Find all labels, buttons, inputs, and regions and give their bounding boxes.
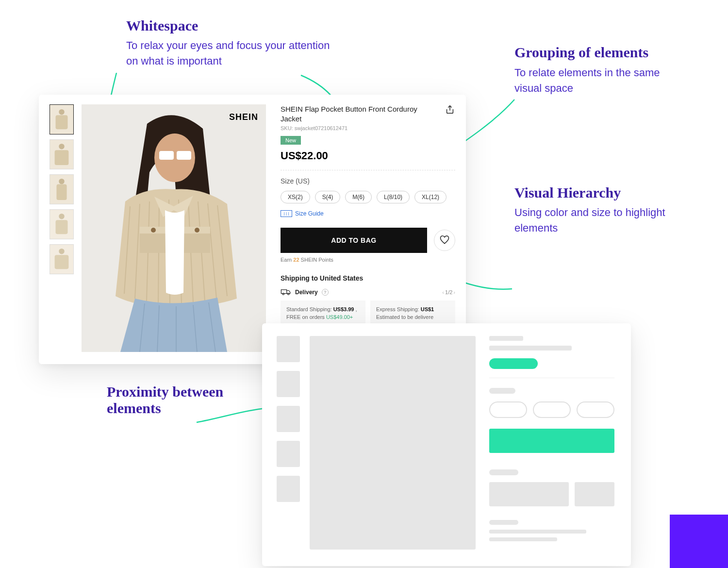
main-product-image[interactable]: SHEIN [82, 104, 266, 352]
wireframe-accent-pill [489, 358, 538, 369]
wireframe-chip [533, 401, 571, 418]
new-badge: New [281, 136, 301, 145]
size-option-xl[interactable]: XL(12) [414, 191, 447, 203]
shipping-heading: Shipping to United States [281, 274, 455, 282]
brand-logo: SHEIN [229, 112, 258, 122]
svg-point-4 [59, 144, 65, 150]
svg-rect-17 [159, 151, 174, 160]
svg-rect-29 [140, 231, 166, 253]
thumbnail-3[interactable] [50, 174, 74, 204]
wireframe-bar [489, 346, 572, 351]
delivery-label: Delivery [295, 289, 318, 296]
wireframe-chip [577, 401, 614, 418]
svg-point-34 [195, 228, 199, 233]
svg-point-33 [151, 228, 156, 233]
size-option-m[interactable]: M(6) [345, 191, 372, 203]
wireframe-box [575, 482, 614, 506]
svg-rect-14 [55, 255, 69, 269]
wireframe-details [489, 336, 614, 566]
wireframe-divider [489, 378, 614, 378]
wireframe-thumb [277, 371, 300, 397]
annotation-title: Grouping of elements [514, 44, 689, 61]
size-guide-link[interactable]: | | | Size Guide [281, 210, 455, 217]
shipping-option-standard[interactable]: Standard Shipping: US$3.99 , FREE on ord… [281, 301, 365, 326]
wireframe-bar [489, 388, 515, 394]
thumbnail-column [50, 104, 75, 364]
info-icon[interactable]: ? [322, 289, 329, 296]
annotation-title: Proximity between elements [107, 384, 233, 417]
svg-point-45 [282, 293, 284, 295]
wishlist-button[interactable] [434, 230, 455, 251]
wireframe-chip-row [489, 401, 614, 418]
svg-point-13 [59, 249, 65, 254]
thumbnail-4[interactable] [50, 209, 74, 239]
wireframe-thumb [277, 406, 300, 432]
size-option-l[interactable]: L(8/10) [377, 191, 410, 203]
size-option-s[interactable]: S(4) [315, 191, 341, 203]
wireframe-bar [489, 530, 586, 534]
annotation-grouping: Grouping of elements To relate elements … [514, 44, 689, 96]
wireframe-main-image [310, 336, 476, 550]
wireframe-cta [489, 429, 614, 453]
share-button[interactable] [445, 104, 455, 115]
add-to-bag-button[interactable]: ADD TO BAG [281, 228, 427, 253]
chevron-left-icon[interactable]: ‹ [442, 289, 444, 295]
wireframe-thumb [277, 336, 300, 362]
product-title: SHEIN Flap Pocket Button Front Corduroy … [281, 104, 436, 124]
annotation-body: To relate elements in the same visual sp… [514, 65, 689, 96]
svg-rect-44 [281, 289, 286, 293]
thumbnail-1[interactable] [50, 104, 74, 134]
thumbnail-5[interactable] [50, 244, 74, 274]
truck-icon [281, 289, 291, 296]
wireframe-card [262, 323, 631, 566]
size-label: Size (US) [281, 177, 455, 185]
svg-point-10 [59, 214, 65, 219]
wireframe-bar [489, 520, 518, 525]
svg-rect-8 [56, 184, 66, 200]
svg-rect-2 [56, 115, 68, 129]
ruler-icon: | | | [281, 210, 292, 217]
chevron-right-icon[interactable]: › [453, 289, 455, 295]
svg-rect-11 [56, 220, 68, 234]
svg-rect-5 [55, 150, 69, 165]
wireframe-bar [489, 336, 523, 341]
delivery-pager[interactable]: ‹ 1/2 › [442, 289, 455, 295]
shipping-option-express[interactable]: Express Shipping: US$1 Estimated to be d… [370, 301, 455, 326]
annotation-title: Visual Hierarchy [514, 184, 679, 201]
annotation-visual-hierarchy: Visual Hierarchy Using color and size to… [514, 184, 679, 236]
svg-point-46 [288, 293, 290, 295]
thumbnail-2[interactable] [50, 139, 74, 169]
annotation-body: Using color and size to highlight elemen… [514, 205, 679, 236]
wireframe-bar [489, 469, 518, 475]
size-options: XS(2) S(4) M(6) L(8/10) XL(12) [281, 191, 455, 203]
annotation-whitespace: Whitespace To relax your eyes and focus … [126, 17, 330, 69]
svg-point-7 [59, 179, 65, 184]
wireframe-thumbnails [277, 336, 300, 566]
decorative-block [670, 515, 728, 568]
divider [281, 170, 455, 170]
wireframe-chip [489, 401, 527, 418]
product-price: US$22.00 [281, 150, 455, 162]
wireframe-thumb [277, 441, 300, 467]
product-sku: SKU: swjacket07210612471 [281, 125, 436, 131]
svg-rect-18 [177, 151, 191, 160]
points-text: Earn 22 SHEIN Points [281, 257, 455, 263]
svg-point-1 [59, 109, 65, 115]
wireframe-box [489, 482, 569, 506]
size-option-xs[interactable]: XS(2) [281, 191, 310, 203]
annotation-title: Whitespace [126, 17, 330, 34]
wireframe-thumb [277, 476, 300, 502]
annotation-proximity: Proximity between elements [107, 384, 233, 420]
svg-rect-31 [183, 231, 210, 253]
wireframe-bar [489, 537, 557, 541]
annotation-body: To relax your eyes and focus your attent… [126, 38, 330, 69]
delivery-row: Delivery ? ‹ 1/2 › [281, 289, 455, 296]
